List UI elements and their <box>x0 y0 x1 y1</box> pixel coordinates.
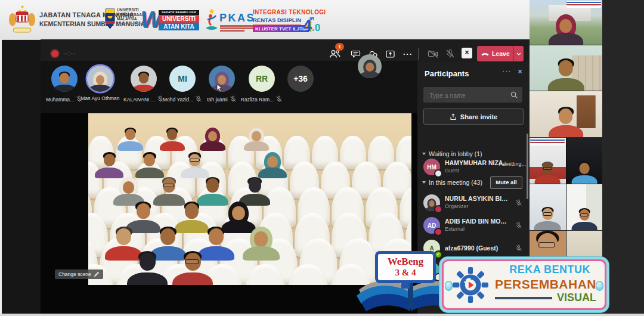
dismiss-notification-button[interactable]: × <box>462 48 472 58</box>
person-figure <box>571 162 597 184</box>
camera-off-icon[interactable] <box>425 47 441 61</box>
person-figure <box>549 107 583 137</box>
screen-bottom-edge <box>0 314 644 316</box>
participant-avatar[interactable] <box>131 66 157 92</box>
institution-banner: JABATAN TENAGA MANUSIA KEMENTERIAN SUMBE… <box>0 0 530 40</box>
person-figure <box>244 128 270 151</box>
share-invite-button[interactable]: Share invite <box>423 109 524 125</box>
participant-role: External <box>445 226 465 232</box>
mic-off-icon[interactable] <box>442 47 458 61</box>
meeting-section-header[interactable]: In this meeting (43) <box>422 179 482 186</box>
person-figure <box>549 14 583 45</box>
person-figure <box>160 128 185 151</box>
share-invite-icon <box>450 113 457 120</box>
person-figure <box>258 152 287 178</box>
person-figure <box>548 58 584 91</box>
hangup-icon <box>481 51 490 56</box>
participant-avatar[interactable] <box>87 66 113 92</box>
video-tile[interactable] <box>530 0 602 45</box>
person-figure <box>200 128 225 151</box>
virtual-bg-caption <box>530 139 565 145</box>
participant-row[interactable]: ADADIB FAID BIN MOHAMAD DI...External <box>417 216 530 237</box>
watan-universiti-label: UNIVERSITI <box>159 15 199 23</box>
person-figure <box>88 72 112 92</box>
participant-row[interactable]: NURUL ASYIKIN BINTI RAZALIOrganizer <box>417 193 530 215</box>
participant-role: Organizer <box>445 203 469 209</box>
participant-avatar[interactable]: RR <box>249 66 275 92</box>
panel-close-icon[interactable]: × <box>518 67 522 76</box>
collapse-chevron-icon <box>422 153 426 155</box>
integrasi-line3: KLUSTER TVET ILJTM <box>253 25 309 32</box>
webeng-logo: WeBeng 3 & 4 <box>374 251 436 289</box>
search-input[interactable] <box>428 87 508 104</box>
mic-off-icon <box>515 243 522 254</box>
meeting-timer: --:-- <box>63 50 75 57</box>
more-icon[interactable]: ··· <box>400 47 416 61</box>
watan-kita-label: ATAN KITA <box>159 23 199 30</box>
webeng-screen: WeBeng 3 & 4 <box>375 251 436 283</box>
avatar-strip-item[interactable]: +36 <box>278 66 323 92</box>
video-scene <box>530 184 566 230</box>
video-tile[interactable] <box>530 45 602 91</box>
participant-name: afza67990 (Guest) <box>445 244 509 252</box>
person-figure <box>132 72 156 92</box>
avatar-label: tah juami <box>199 95 244 104</box>
avatar-strip-item[interactable]: tah juami <box>199 66 244 104</box>
share-screen-icon[interactable] <box>383 47 398 61</box>
panel-scrollbar[interactable] <box>527 134 528 199</box>
change-scene-button[interactable]: Change scene <box>55 269 103 279</box>
banner-ellipse-right <box>596 281 603 291</box>
participant-row[interactable]: HMHAMYMUHAR NIZA BIN...GuestAdmitting... <box>417 157 530 179</box>
banner-line3: VISUAL <box>495 292 596 305</box>
banner-line1: REKA BENTUK <box>495 264 596 277</box>
video-tile[interactable] <box>530 91 602 137</box>
mic-off-icon <box>275 95 283 104</box>
panel-title: Participants <box>425 69 469 78</box>
recording-indicator-icon <box>50 49 60 58</box>
avatar-strip-item[interactable]: MIMohd Yazid... <box>160 66 205 104</box>
virtual-bg-caption <box>566 1 601 8</box>
people-count-badge: 1 <box>335 43 344 51</box>
participant-name: NURUL ASYIKIN BINTI RAZALI <box>445 195 509 202</box>
lobby-section-header[interactable]: Waiting in lobby (1) <box>422 150 482 157</box>
mute-all-button[interactable]: Mute all <box>490 176 522 189</box>
video-scene <box>530 45 602 91</box>
banner-line2: PERSEMBAHAN <box>495 277 596 292</box>
video-scene <box>530 138 566 184</box>
participant-name: ADIB FAID BIN MOHAMAD DI... <box>445 218 509 225</box>
mouse-cursor-icon <box>216 83 224 95</box>
toolbar-divider <box>418 48 419 60</box>
participant-search <box>423 87 522 103</box>
pkas-tagline-lines <box>220 25 255 32</box>
person-figure <box>181 152 209 178</box>
mic-off-icon <box>515 221 522 231</box>
collapse-chevron-icon <box>422 181 426 184</box>
leave-button[interactable]: Leave <box>477 46 524 61</box>
overflow-avatar[interactable]: +36 <box>287 66 314 92</box>
mic-off-icon <box>230 95 237 104</box>
presence-badge <box>434 205 442 213</box>
presence-badge <box>434 228 442 236</box>
together-mode-video[interactable] <box>88 113 411 285</box>
video-tile[interactable] <box>530 184 602 230</box>
leave-options-chevron[interactable] <box>513 46 524 61</box>
panel-more-icon[interactable]: ··· <box>502 67 511 75</box>
person-figure <box>243 227 280 261</box>
banner-ellipse-left <box>445 281 453 291</box>
video-scene <box>530 0 602 45</box>
video-tile[interactable] <box>530 138 602 184</box>
admitting-status: Admitting... <box>499 161 526 167</box>
person-figure <box>117 128 143 151</box>
ir40-logo: 4.0 <box>303 17 320 35</box>
webeng-stand <box>401 283 410 289</box>
banner-inner: REKA BENTUK PERSEMBAHAN VISUAL <box>444 261 605 308</box>
pkas-label: PKAS <box>219 12 255 24</box>
participant-avatar[interactable] <box>51 66 78 92</box>
pkas-figure-icon <box>205 8 218 31</box>
self-video-bubble[interactable] <box>358 54 382 78</box>
gear-play-icon <box>452 267 489 303</box>
participant-avatar[interactable]: MI <box>169 66 196 92</box>
person-figure <box>571 208 597 230</box>
avatar-strip-item[interactable]: Mas Ayu Othman <box>78 66 123 101</box>
avatar-label: Razliza Ram... <box>239 95 284 104</box>
